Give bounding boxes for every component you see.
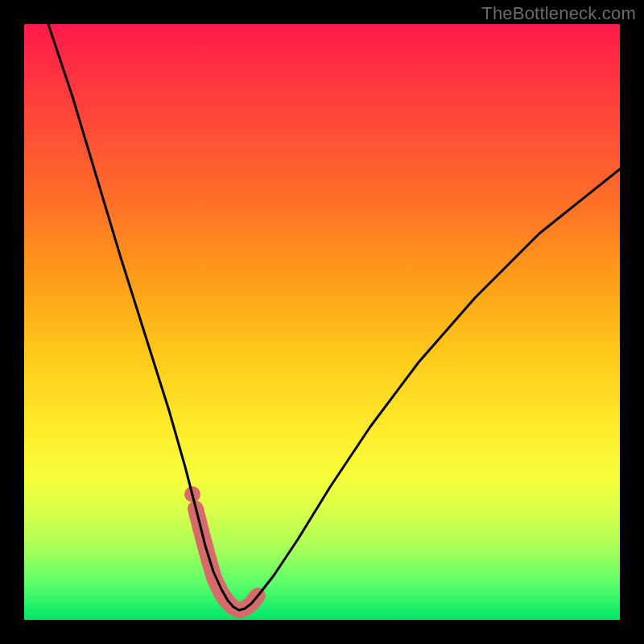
chart-frame: TheBottleneck.com (0, 0, 644, 644)
curve-svg (24, 24, 620, 620)
bottleneck-curve (48, 24, 620, 610)
highlight-band (196, 509, 258, 610)
plot-area (24, 24, 620, 620)
watermark-text: TheBottleneck.com (481, 3, 636, 24)
